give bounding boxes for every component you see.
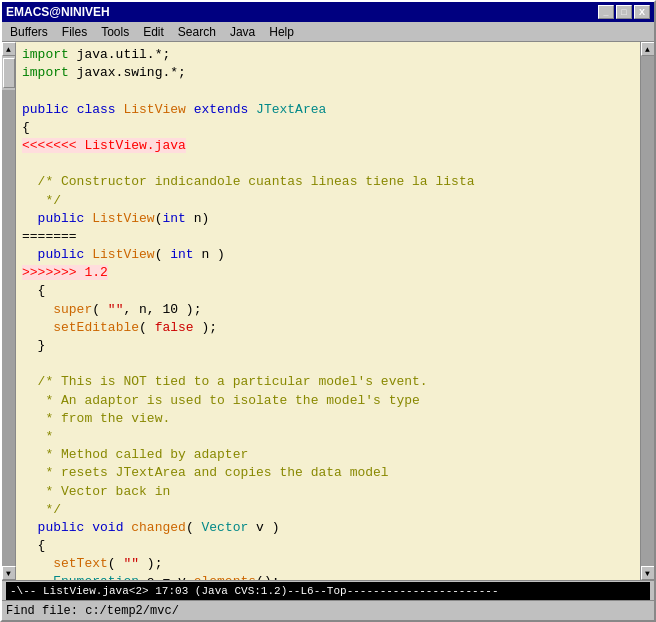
minibuffer-text: Find file: c:/temp2/mvc/ [6,604,179,618]
title-bar-buttons: _ □ X [598,5,650,19]
editor-area: ▲ ▼ import java.util.*; import javax.swi… [2,42,654,580]
scroll-right-track[interactable] [641,56,654,566]
menu-tools[interactable]: Tools [95,24,135,40]
minimize-button[interactable]: _ [598,5,614,19]
title-bar: EMACS@NINIVEH _ □ X [2,2,654,22]
menu-search[interactable]: Search [172,24,222,40]
code-editor[interactable]: import java.util.*; import javax.swing.*… [16,42,640,580]
menu-help[interactable]: Help [263,24,300,40]
left-scrollbar: ▲ ▼ [2,42,16,580]
menu-buffers[interactable]: Buffers [4,24,54,40]
menu-java[interactable]: Java [224,24,261,40]
status-bar: -\-- ListView.java<2> 17:03 (Java CVS:1.… [2,580,654,600]
right-scrollbar: ▲ ▼ [640,42,654,580]
main-window: EMACS@NINIVEH _ □ X Buffers Files Tools … [0,0,656,622]
menubar: Buffers Files Tools Edit Search Java Hel… [2,22,654,42]
menu-edit[interactable]: Edit [137,24,170,40]
scroll-right-up-arrow[interactable]: ▲ [641,42,655,56]
status-text: -\-- ListView.java<2> 17:03 (Java CVS:1.… [6,582,650,600]
scroll-down-arrow[interactable]: ▼ [2,566,16,580]
scroll-up-arrow[interactable]: ▲ [2,42,16,56]
maximize-button[interactable]: □ [616,5,632,19]
scroll-right-down-arrow[interactable]: ▼ [641,566,655,580]
close-button[interactable]: X [634,5,650,19]
scroll-track[interactable] [2,90,15,566]
scroll-thumb[interactable] [3,58,15,88]
menu-files[interactable]: Files [56,24,93,40]
minibuffer[interactable]: Find file: c:/temp2/mvc/ [2,600,654,620]
window-title: EMACS@NINIVEH [6,5,110,19]
